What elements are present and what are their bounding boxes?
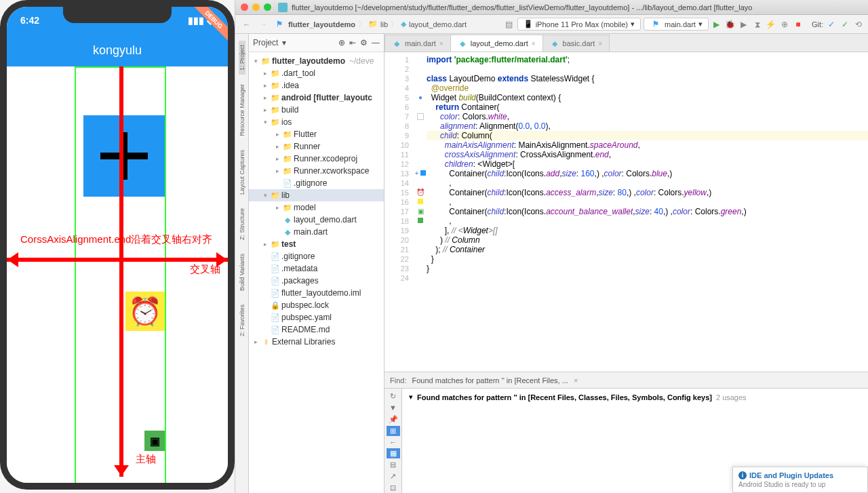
left-rail: 1: Project Resource Manager Layout Captu… xyxy=(235,34,249,493)
notch xyxy=(63,7,172,23)
minimize-icon[interactable] xyxy=(252,3,260,11)
flutter-icon: ⚑ xyxy=(652,20,659,28)
rail-structure[interactable]: Z: Structure xyxy=(239,204,245,244)
close-icon[interactable] xyxy=(241,3,248,11)
run-config-selector[interactable]: ⚑ main.dart ▾ xyxy=(644,18,709,31)
project-panel: Project ▾ ⊕ ⇤ ⚙ — ▾📁flutter_layoutdemo~/… xyxy=(249,34,384,493)
hide-icon[interactable]: — xyxy=(372,38,380,47)
rail-build[interactable]: Build Variants xyxy=(239,250,245,295)
notification-popup[interactable]: iIDE and Plugin Updates Android Studio i… xyxy=(732,467,868,493)
close-icon[interactable]: × xyxy=(532,40,536,47)
tool-icon[interactable]: ▤ xyxy=(504,19,515,30)
stop-icon[interactable]: ■ xyxy=(793,19,804,30)
run-icon[interactable]: ▶ xyxy=(711,19,722,30)
git-history-icon[interactable]: ⟲ xyxy=(853,19,864,30)
git-commit-icon[interactable]: ✓ xyxy=(840,19,850,30)
rail-captures[interactable]: Layout Captures xyxy=(239,146,245,199)
code-text[interactable]: import 'package:flutter/material.dart'; … xyxy=(427,52,868,372)
ide-window: flutter_layoutdemo [~/development/study/… xyxy=(235,0,868,493)
main-toolbar: ← → ⚑ flutter_layoutdemo 〉 📁 lib 〉 ◆ lay… xyxy=(235,15,868,34)
chevron-down-icon[interactable]: ▾ xyxy=(282,38,286,47)
rerun-icon[interactable]: ↻ xyxy=(387,391,400,401)
export-icon[interactable]: ↗ xyxy=(387,471,400,481)
app-title: kongyulu xyxy=(93,43,142,58)
chevron-down-icon: ▾ xyxy=(631,20,635,28)
signal-icon: ▮▮▮ xyxy=(188,15,204,26)
main-split: 1: Project Resource Manager Layout Captu… xyxy=(235,34,868,493)
cross-axis-label: 交叉轴 xyxy=(190,263,220,276)
info-icon: i xyxy=(738,471,747,479)
rail-fav[interactable]: 2: Favorites xyxy=(239,300,245,340)
profile-icon[interactable]: ⧗ xyxy=(752,19,763,30)
yellow-square: ⏰ xyxy=(125,292,165,331)
option-icon[interactable]: ⊟ xyxy=(387,460,400,470)
collapse-icon[interactable]: ⇤ xyxy=(349,38,356,47)
device-selector[interactable]: 📱 iPhone 11 Pro Max (mobile) ▾ xyxy=(517,18,641,31)
gutter-icons: ●+ ⏰ ▣ xyxy=(414,52,427,372)
attach-icon[interactable]: ⊕ xyxy=(779,19,790,30)
results-toolbar: ↻ ▼ 📌 ⊞ ← ▦ ⊟ ↗ ⊡ xyxy=(384,389,402,493)
results-summary: Found matches for pattern '' in [Recent … xyxy=(417,393,712,401)
chevron-down-icon[interactable]: ▾ xyxy=(409,393,413,401)
close-icon[interactable]: × xyxy=(598,40,602,47)
git-toolbar: Git: ✓ ✓ ⟲ xyxy=(812,19,864,30)
gear-icon[interactable]: ⚙ xyxy=(360,38,368,47)
cross-axis-arrow xyxy=(7,258,228,262)
window-title: flutter_layoutdemo [~/development/study/… xyxy=(292,3,752,12)
phone-icon: 📱 xyxy=(524,20,533,28)
simulator: DEBUG 6:42 ▮▮▮ ◈ kongyulu ⏰ ▣ CorssAxisA… xyxy=(0,0,235,490)
titlebar: flutter_layoutdemo [~/development/study/… xyxy=(235,0,868,15)
project-tree[interactable]: ▾📁flutter_layoutdemo~/deve ▸📁.dart_tool … xyxy=(249,52,384,493)
back-icon[interactable]: ← xyxy=(387,437,400,448)
app-icon xyxy=(278,3,288,12)
find-label: Find: xyxy=(390,376,406,384)
target-icon[interactable]: ⊕ xyxy=(338,38,345,47)
editor-tabs: ◆main.dart× ◆layout_demo.dart× ◆basic.da… xyxy=(384,34,868,52)
green-square: ▣ xyxy=(144,431,165,451)
coverage-icon[interactable]: ▶ xyxy=(738,19,749,30)
crumb-folder[interactable]: lib xyxy=(380,20,388,28)
pin-icon[interactable]: 📌 xyxy=(387,414,400,425)
main-axis-label: 主轴 xyxy=(136,453,156,466)
filter-icon[interactable]: ▼ xyxy=(387,403,400,413)
debug-icon[interactable]: 🐞 xyxy=(725,19,736,30)
find-bar: Find: Found matches for pattern '' in [R… xyxy=(384,372,868,388)
app-body: ⏰ ▣ CorssAxisAlignment.end沿着交叉轴右对齐 交叉轴 主… xyxy=(7,66,228,483)
settings-icon[interactable]: ⊡ xyxy=(387,483,400,493)
git-update-icon[interactable]: ✓ xyxy=(826,19,837,30)
close-icon[interactable]: × xyxy=(439,40,443,47)
status-time: 6:42 xyxy=(20,15,39,26)
expand-icon[interactable]: ⊞ xyxy=(387,426,400,436)
tab-main[interactable]: ◆main.dart× xyxy=(384,35,451,52)
flutter-icon: ⚑ xyxy=(276,20,283,28)
nav-fwd-icon[interactable]: → xyxy=(256,19,271,30)
dart-icon: ◆ xyxy=(401,20,406,28)
close-icon[interactable]: × xyxy=(574,376,578,384)
tab-layout[interactable]: ◆layout_demo.dart× xyxy=(450,35,543,52)
usage-count: 2 usages xyxy=(716,393,747,401)
app-bar: kongyulu xyxy=(7,34,228,66)
nav-back-icon[interactable]: ← xyxy=(239,19,254,30)
window-controls[interactable] xyxy=(241,3,271,11)
chevron-down-icon: ▾ xyxy=(698,20,703,28)
find-text[interactable]: Found matches for pattern '' in [Recent … xyxy=(412,376,568,384)
blue-square xyxy=(83,115,165,197)
cross-align-label: CorssAxisAlignment.end沿着交叉轴右对齐 xyxy=(20,233,212,246)
group-icon[interactable]: ▦ xyxy=(387,448,400,458)
folder-icon: 📁 xyxy=(368,20,378,28)
crumb-file[interactable]: layout_demo.dart xyxy=(409,20,467,28)
project-header: Project ▾ ⊕ ⇤ ⚙ — xyxy=(249,34,384,52)
hot-reload-icon[interactable]: ⚡ xyxy=(766,19,776,30)
code-editor[interactable]: 123456789101112131415161718192021222324 … xyxy=(384,52,868,372)
zoom-icon[interactable] xyxy=(264,3,271,11)
editor-area: ◆main.dart× ◆layout_demo.dart× ◆basic.da… xyxy=(384,34,868,493)
rail-resource[interactable]: Resource Manager xyxy=(239,80,245,140)
rail-project[interactable]: 1: Project xyxy=(239,41,245,75)
main-axis-arrow xyxy=(119,66,123,477)
project-view-label[interactable]: Project xyxy=(253,38,278,47)
crumb-project[interactable]: flutter_layoutdemo xyxy=(288,20,355,28)
line-gutter: 123456789101112131415161718192021222324 xyxy=(384,52,414,372)
simulator-screen: DEBUG 6:42 ▮▮▮ ◈ kongyulu ⏰ ▣ CorssAxisA… xyxy=(7,7,228,483)
tab-basic[interactable]: ◆basic.dart× xyxy=(542,35,610,52)
